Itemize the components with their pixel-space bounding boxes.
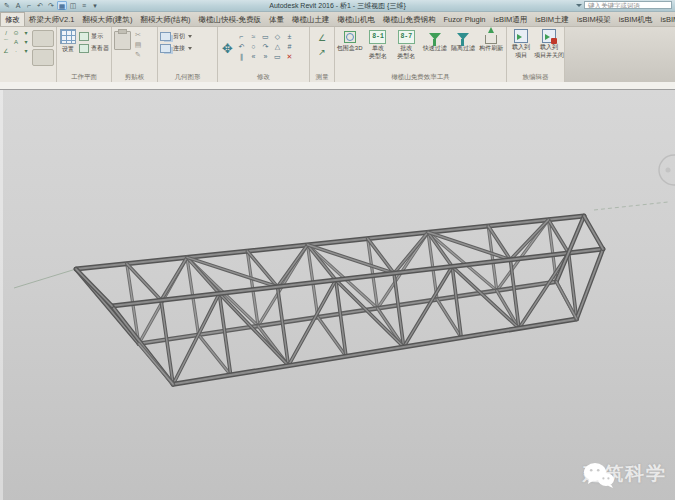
bounding-box-3d-button[interactable]: 包围盒3D <box>336 28 363 72</box>
ribbon-tab-5[interactable]: 体量 <box>265 13 288 26</box>
ribbon-tab-10[interactable]: isBIM通用 <box>490 13 532 26</box>
draw-tool-icon[interactable]: · <box>12 47 20 55</box>
angle-measure-icon[interactable]: ∠ <box>318 33 326 43</box>
element-refresh-icon <box>485 35 497 44</box>
rename-batch-icon: 8-7 <box>398 30 415 44</box>
search-dropdown-icon[interactable] <box>576 4 582 7</box>
rename-single-button[interactable]: 8-1单改类型名 <box>364 28 391 72</box>
modify-tool-icon[interactable]: # <box>285 42 294 51</box>
modify-tool-icon[interactable]: ◇ <box>273 32 282 41</box>
load-into-project-button[interactable]: 载入到 项目 <box>509 28 533 72</box>
panel-measure: ∠ ↗ 测量 <box>310 27 335 82</box>
ribbon-tab-2[interactable]: 翻模大师(建筑) <box>78 13 136 26</box>
help-search-input[interactable]: 键入关键字或词语 <box>584 1 672 9</box>
show-work-plane-button[interactable]: 显示 <box>79 32 109 41</box>
cut-label: 剪切 <box>173 32 185 41</box>
panel-work-plane: 设置 显示 查看器 工作平面 <box>57 27 112 82</box>
panel-geometry-label: 几何图形 <box>158 72 217 82</box>
panel-family-editor: 载入到 项目 载入到 项目并关闭 族编辑器 <box>507 27 565 82</box>
set-work-plane-button[interactable]: 设置 <box>59 29 77 72</box>
join-geometry-button[interactable]: 连接 <box>160 44 192 53</box>
draw-tool-icon[interactable]: ⌒ <box>2 38 10 46</box>
truss-3d-model[interactable] <box>0 90 675 500</box>
draw-tool-icon[interactable]: ⊙ <box>12 29 20 37</box>
draw-tool-icon[interactable]: A <box>12 38 20 46</box>
draw-tool-icon[interactable]: ▾ <box>22 29 30 37</box>
cut-dropdown-icon[interactable] <box>188 35 192 38</box>
ribbon-tab-9[interactable]: Fuzor Plugin <box>439 13 489 26</box>
modify-tool-icon[interactable]: ○ <box>249 42 258 51</box>
modify-tool-icon[interactable]: ▭ <box>261 32 270 41</box>
load-into-project-close-button[interactable]: 载入到 项目并关闭 <box>536 28 562 72</box>
ribbon-tab-0[interactable]: 修改 <box>0 12 25 26</box>
measure-line-icon[interactable]: ↗ <box>318 47 326 57</box>
solid-form-icon[interactable] <box>32 30 54 47</box>
draw-tool-icon[interactable]: ∠ <box>2 47 10 55</box>
ribbon-tab-4[interactable]: 橄榄山快模-免费版 <box>194 13 265 26</box>
void-form-icon[interactable] <box>32 49 54 66</box>
ribbon-tab-11[interactable]: isBIM土建 <box>531 13 573 26</box>
bounding-box-3d-icon <box>344 31 356 43</box>
modify-tool-icon[interactable]: ↷ <box>261 42 270 51</box>
load-label-2: 项目 <box>515 52 527 59</box>
ribbon-tab-7[interactable]: 橄榄山机电 <box>333 13 379 26</box>
paste-icon[interactable] <box>114 31 131 50</box>
clipboard-tool-icon[interactable]: ✂ <box>133 31 143 39</box>
modify-tool-icon[interactable]: ↶ <box>237 42 246 51</box>
set-label: 设置 <box>62 45 74 54</box>
cut-geometry-button[interactable]: 剪切 <box>160 32 192 41</box>
clipboard-tool-icon[interactable]: ▤ <box>133 41 143 49</box>
isolate-filter-icon <box>457 33 469 40</box>
ribbon: /⊙▾⌒A▾∠·▾ 设置 显示 查看器 <box>0 27 675 82</box>
load-close-label-1: 载入到 <box>540 44 558 51</box>
drawing-area[interactable]: 建筑科学 <box>0 90 675 500</box>
cut-geometry-icon <box>160 32 171 41</box>
join-dropdown-icon[interactable] <box>188 47 192 50</box>
quick-filter-button[interactable]: 快速过滤 <box>421 28 448 72</box>
draw-tool-icon[interactable]: ▾ <box>22 38 30 46</box>
ribbon-tab-1[interactable]: 桥梁大师V2.1 <box>25 13 78 26</box>
modify-tool-icon[interactable]: ≈ <box>249 32 258 41</box>
draw-tool-icon[interactable]: / <box>2 29 10 37</box>
work-plane-grid-icon <box>60 29 76 44</box>
quick-filter-icon <box>429 33 441 40</box>
panel-clipboard: ✂▤✎ 剪贴板 <box>112 27 158 82</box>
element-refresh-button[interactable]: 构件刷新 <box>478 28 505 72</box>
modify-tool-icon[interactable]: « <box>249 52 258 61</box>
modify-tool-icon[interactable]: ✕ <box>285 52 294 61</box>
modify-tool-icon[interactable]: ± <box>285 32 294 41</box>
gls-button-label: 单改 <box>372 45 384 52</box>
modify-tool-icon[interactable]: ∥ <box>237 52 246 61</box>
isolate-filter-button[interactable]: 隔离过滤 <box>449 28 476 72</box>
panel-family-editor-label: 族编辑器 <box>507 72 564 82</box>
wechat-icon <box>583 461 615 489</box>
draw-tool-icon[interactable]: ▾ <box>22 47 30 55</box>
modify-tool-icon[interactable]: ▭ <box>273 52 282 61</box>
rename-batch-button[interactable]: 8-7批改类型名 <box>393 28 420 72</box>
gls-button-label: 类型名 <box>369 53 387 60</box>
modify-tool-icon[interactable]: » <box>261 52 270 61</box>
load-close-label-2: 项目并关闭 <box>534 52 564 59</box>
modify-tool-icon[interactable]: △ <box>273 42 282 51</box>
load-into-project-icon <box>514 29 528 43</box>
ribbon-tab-6[interactable]: 橄榄山土建 <box>288 13 334 26</box>
viewer-icon <box>79 44 89 53</box>
modify-tool-icon[interactable]: ⌐ <box>237 32 246 41</box>
ribbon-tab-3[interactable]: 翻模大师(结构) <box>136 13 194 26</box>
draw-tools-grid: /⊙▾⌒A▾∠·▾ <box>2 29 30 72</box>
modify-tools-grid: ⌐≈▭◇±↶○↷△#∥«»▭✕ <box>237 29 294 72</box>
ribbon-tab-13[interactable]: isBIM机电 <box>615 13 657 26</box>
join-geometry-icon <box>160 44 171 53</box>
move-icon[interactable]: ✥ <box>220 29 235 72</box>
load-into-project-close-icon <box>542 29 556 43</box>
show-icon <box>79 32 89 41</box>
gls-button-label: 快速过滤 <box>423 45 447 52</box>
gls-button-label: 类型名 <box>397 53 415 60</box>
ribbon-tab-14[interactable]: isBIM算量 <box>657 13 675 26</box>
panel-geometry: 剪切 连接 几何图形 <box>158 27 218 82</box>
panel-modify: ✥ ⌐≈▭◇±↶○↷△#∥«»▭✕ 修改 <box>218 27 310 82</box>
viewer-button[interactable]: 查看器 <box>79 44 109 53</box>
clipboard-tool-icon[interactable]: ✎ <box>133 51 143 59</box>
ribbon-tab-8[interactable]: 橄榄山免费钢构 <box>379 13 440 26</box>
ribbon-tab-12[interactable]: isBIM模架 <box>573 13 615 26</box>
